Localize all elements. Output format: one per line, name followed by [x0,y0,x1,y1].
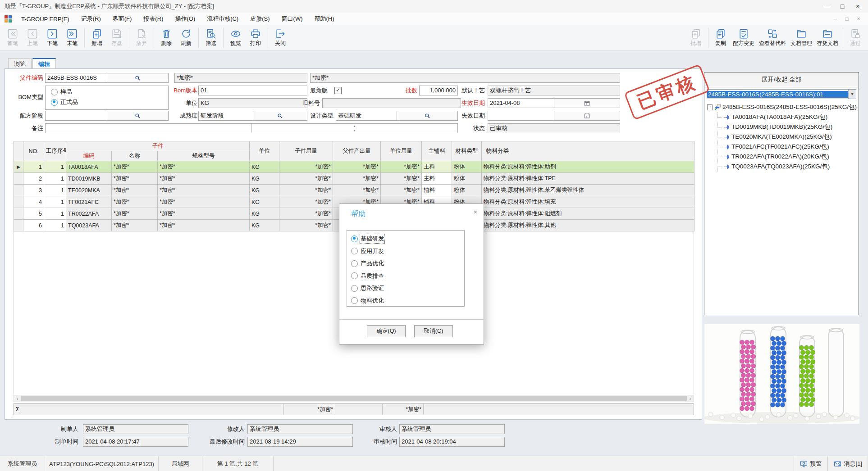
bom-version-combo[interactable]: 2485B-ESS-0016S(2485B-ESS-0016S):01 ▼ [707,89,856,99]
menu-item-4[interactable]: 操作(O) [169,15,201,23]
cell-child_qty[interactable]: *加密* [279,208,333,220]
row-indicator[interactable] [14,185,23,196]
table-row[interactable]: ▶11TA0018AFA*加密**加密*KG*加密**加密**加密*主料粉体物料… [14,161,694,173]
cell-no[interactable]: 5 [23,208,44,220]
row-indicator[interactable] [14,220,23,231]
menu-item-0[interactable]: T-GROUP ERP(E) [15,16,75,23]
scrollbar-thumb[interactable] [21,396,687,401]
mdi-restore-icon[interactable]: □ [841,16,853,22]
tab-browse[interactable]: 浏览 [8,58,32,69]
toolbar-stock-doc-button[interactable]: 存货文档 [814,25,841,50]
scroll-right-icon[interactable]: › [687,396,694,401]
grid-hscrollbar[interactable]: ‹ › [14,395,694,402]
tree-item-1[interactable]: TD0019MKB(TD0019MKB)(25KG/包) [717,122,857,132]
tree-item-0[interactable]: TA0018AFA(TA0018AFA)(25KG/包) [717,112,857,122]
toolbar-view-substitute-button[interactable]: 查看替代料 [757,25,788,50]
cell-op[interactable]: 1 [44,185,66,196]
scroll-left-icon[interactable]: ‹ [14,396,21,401]
cell-no[interactable]: 1 [23,161,44,173]
cell-main_aux[interactable]: 辅料 [422,185,452,196]
radio-icon[interactable] [51,89,58,95]
radio-icon[interactable] [351,272,358,279]
cell-no[interactable]: 6 [23,220,44,231]
cell-op[interactable]: 1 [44,208,66,220]
tree-item-3[interactable]: TF0021AFC(TF0021AFC)(25KG/包) [717,142,857,152]
cell-parent_out[interactable]: *加密* [333,173,381,185]
cell-unit_qty[interactable]: *加密* [381,173,422,185]
toolbar-formula-change-button[interactable]: 配方变更 [731,25,757,50]
cell-unit[interactable]: KG [250,173,279,185]
cell-mat_type[interactable]: 粉体 [452,185,482,196]
radio-icon[interactable] [351,248,358,254]
lookup-icon[interactable] [253,111,307,120]
remark-field[interactable]: ▲▼ [45,123,458,133]
cell-op[interactable]: 1 [44,161,66,173]
cell-spec[interactable]: *加密* [158,196,250,208]
cell-name[interactable]: *加密* [112,185,158,196]
menu-item-3[interactable]: 报表(R) [137,15,169,23]
bom-type-option-0[interactable]: 样品 [51,88,78,96]
expire-date-field[interactable] [488,111,620,121]
bom-type-option-1[interactable]: 正式品 [51,98,78,106]
cell-child_qty[interactable]: *加密* [279,161,333,173]
cell-name[interactable]: *加密* [112,220,158,231]
cell-unit[interactable]: KG [250,208,279,220]
cell-code[interactable]: TD0019MKB [66,173,112,185]
bom-version-field[interactable]: 01 [198,86,307,95]
maximize-icon[interactable]: □ [835,3,850,10]
cell-name[interactable]: *加密* [112,161,158,173]
dialog-option-1[interactable]: 应用开发 [351,247,384,255]
calendar-icon[interactable] [554,99,620,108]
collapse-icon[interactable]: − [707,104,713,110]
cell-mat_class[interactable]: 物料分类:原材料:弹性体:其他 [482,220,694,231]
cell-spec[interactable]: *加密* [158,208,250,220]
toolbar-close-button[interactable]: 关闭 [270,25,290,50]
cell-op[interactable]: 1 [44,196,66,208]
effective-date-field[interactable]: 2021-04-08 [488,98,620,108]
cell-spec[interactable]: *加密* [158,161,250,173]
cell-mat_class[interactable]: 物料分类:原材料:弹性体:TPE [482,173,694,185]
dialog-option-3[interactable]: 品质排查 [351,272,384,280]
cell-no[interactable]: 3 [23,185,44,196]
lookup-icon[interactable] [107,73,169,82]
cancel-button[interactable]: 取消(C) [414,325,453,337]
cell-child_qty[interactable]: *加密* [279,220,333,231]
formula-stage-field[interactable] [45,111,169,121]
chevron-down-icon[interactable]: ▼ [848,90,856,99]
radio-icon[interactable] [351,297,358,304]
cell-mat_class[interactable]: 物料分类:原材料:弹性体:填充 [482,196,694,208]
radio-icon[interactable] [351,236,358,242]
toolbar-add-button[interactable]: 新增 [87,25,107,50]
dialog-option-5[interactable]: 物料优化 [351,297,384,305]
tree-item-4[interactable]: TR0022AFA(TR0022AFA)(20KG/包) [717,152,857,162]
spinner-icon[interactable]: ▲▼ [251,124,458,133]
toolbar-filter-button[interactable]: 筛选 [201,25,221,50]
cell-spec[interactable]: *加密* [158,185,250,196]
toolbar-print-button[interactable]: 打印 [246,25,265,50]
menu-item-7[interactable]: 窗口(W) [276,15,309,23]
message-button[interactable]: 消息[1] [828,456,868,471]
lookup-icon[interactable] [397,111,457,120]
menu-item-6[interactable]: 皮肤(S) [244,15,275,23]
toolbar-nav-last-button[interactable]: 末笔 [62,25,82,50]
dialog-option-0[interactable]: 基础研发 [351,235,384,243]
toolbar-copy-button[interactable]: 复制 [711,25,731,50]
toolbar-delete-button[interactable]: 删除 [156,25,176,50]
cell-code[interactable]: TR0022AFA [66,208,112,220]
cell-name[interactable]: *加密* [112,196,158,208]
cell-name[interactable]: *加密* [112,208,158,220]
cell-mat_type[interactable]: 粉体 [452,161,482,173]
minimize-icon[interactable]: — [819,3,835,10]
mdi-minimize-icon[interactable]: – [829,16,841,22]
cell-mat_type[interactable]: 粉体 [452,173,482,185]
cell-spec[interactable]: *加密* [158,220,250,231]
design-type-field[interactable]: 基础研发 [336,111,458,121]
row-indicator[interactable] [14,196,23,208]
cell-unit[interactable]: KG [250,161,279,173]
cell-child_qty[interactable]: *加密* [279,173,333,185]
cell-child_qty[interactable]: *加密* [279,185,333,196]
cell-code[interactable]: TF0021AFC [66,196,112,208]
row-indicator[interactable] [14,208,23,220]
alert-button[interactable]: 预警 [794,456,828,471]
cell-unit[interactable]: KG [250,220,279,231]
